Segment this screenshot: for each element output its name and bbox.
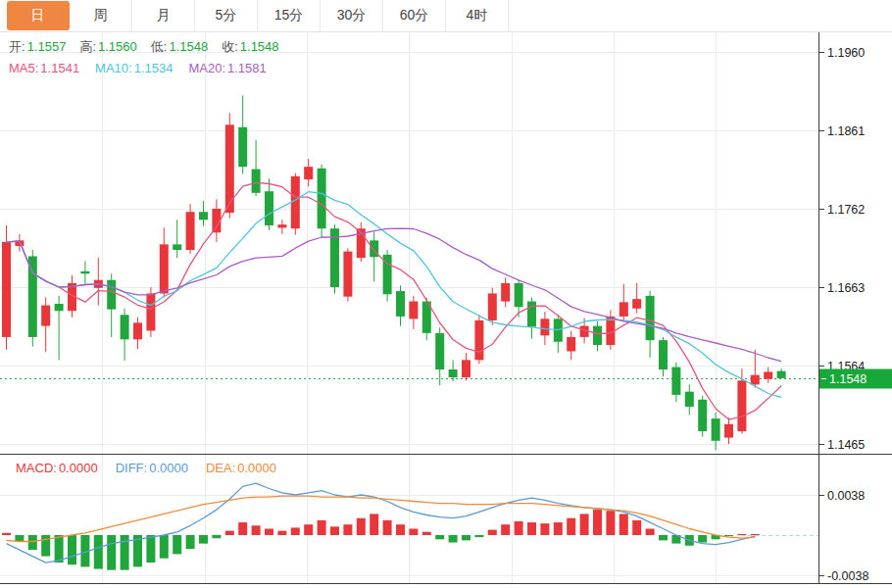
macd-hist-bar (593, 510, 602, 535)
ma-legend: MA5:1.1541MA10:1.1534MA20:1.1581 (9, 61, 267, 76)
macd-legend: MACD:0.0000DIFF:0.0000DEA:0.0000 (16, 461, 276, 476)
macd-hist-bar (173, 535, 181, 554)
candle-body (186, 212, 195, 250)
candle-body (474, 320, 483, 360)
macd-hist-bar (540, 523, 549, 535)
candle-body (121, 315, 129, 339)
macd-hist-bar (55, 535, 64, 563)
candle-body (619, 302, 628, 317)
macd-hist-bar (186, 535, 195, 549)
candle-body (698, 400, 707, 431)
ma-ma10-value: 1.1534 (134, 61, 173, 76)
tab-day[interactable]: 日 (7, 1, 70, 30)
price-axis-tick-label: 1.1762 (827, 203, 865, 217)
macd-hist-bar (567, 518, 575, 535)
candle-body (632, 299, 641, 309)
tab-m15[interactable]: 15分 (258, 0, 321, 31)
ohlc-close-value: 1.1548 (240, 39, 279, 55)
candle-body (501, 283, 510, 302)
price-axis-tick-label: 1.1465 (827, 438, 865, 452)
macd-hist-bar (515, 521, 523, 535)
candle-body (515, 283, 523, 307)
macd-hist-bar (304, 524, 313, 535)
candle-body (160, 244, 169, 293)
tab-m5[interactable]: 5分 (195, 0, 258, 31)
candle-body (671, 368, 680, 395)
macd-hist-bar (370, 514, 378, 535)
candle-body (238, 127, 247, 167)
timeframe-tab-bar: 日周月5分15分30分60分4时 (0, 0, 892, 32)
price-axis-tick-label: 1.1861 (827, 124, 865, 138)
macd-dea-label: DEA: (206, 461, 235, 476)
candlestick-macd-chart[interactable]: 1.19601.18611.17621.16631.15641.14650.00… (0, 0, 892, 588)
candle-body (28, 256, 37, 336)
macd-axis-tick-label: -0.0038 (827, 569, 868, 583)
macd-axis-tick-label: 0.0038 (827, 489, 865, 503)
candle-body (567, 337, 575, 352)
candle-body (265, 191, 273, 225)
candle-body (724, 424, 733, 438)
macd-dea-value: 0.0000 (237, 461, 276, 476)
macd-diff-value: 0.0000 (149, 461, 188, 476)
ohlc-close-label: 收: (222, 39, 238, 55)
tab-m30[interactable]: 30分 (321, 0, 383, 31)
ma5-line (7, 182, 782, 419)
macd-diff-label: DIFF: (116, 461, 148, 476)
ma-ma10-label: MA10: (95, 61, 132, 76)
macd-macd-label: MACD: (16, 461, 57, 476)
ohlc-high-value: 1.1560 (98, 39, 137, 55)
macd-hist-bar (238, 522, 247, 535)
candle-body (685, 392, 694, 407)
macd-hist-bar (751, 534, 760, 535)
candle-body (659, 340, 668, 369)
macd-hist-bar (449, 535, 458, 543)
macd-hist-bar (28, 535, 37, 550)
candle-body (55, 304, 64, 311)
macd-hist-bar (94, 535, 103, 569)
macd-hist-bar (527, 522, 536, 535)
ohlc-legend: 开:1.1557高:1.1560低:1.1548收:1.1548 (9, 39, 279, 55)
macd-hist-bar (107, 535, 116, 570)
tab-m60[interactable]: 60分 (383, 0, 446, 31)
candle-body (343, 252, 352, 297)
candle-body (409, 302, 418, 319)
candle-body (41, 306, 50, 326)
macd-hist-bar (357, 518, 366, 535)
candle-body (646, 296, 655, 340)
macd-hist-bar (212, 535, 221, 538)
macd-hist-bar (737, 534, 746, 535)
tab-h4[interactable]: 4时 (446, 0, 509, 31)
macd-hist-bar (409, 529, 418, 535)
macd-hist-bar (15, 535, 24, 541)
tab-week[interactable]: 周 (70, 0, 132, 31)
trading-chart-app: 日周月5分15分30分60分4时 开:1.1557高:1.1560低:1.154… (0, 0, 892, 588)
candle-body (751, 375, 760, 385)
macd-hist-bar (146, 535, 155, 563)
candle-body (737, 380, 746, 431)
candle-body (712, 418, 720, 441)
tab-month[interactable]: 月 (132, 0, 195, 31)
ohlc-high: 高:1.1560 (79, 39, 136, 55)
candle-body (318, 169, 326, 228)
candle-body (462, 360, 471, 377)
ohlc-open-value: 1.1557 (27, 39, 67, 55)
ma-ma20: MA20:1.1581 (188, 61, 266, 76)
ohlc-low-label: 低: (151, 39, 168, 55)
candle-body (146, 293, 155, 330)
ma-ma5-label: MA5: (9, 61, 38, 76)
candle-body (107, 280, 116, 310)
macd-hist-bar (501, 524, 510, 535)
macd-hist-bar (606, 511, 615, 535)
macd-hist-bar (265, 529, 273, 535)
macd-hist-bar (632, 520, 641, 535)
candle-body (2, 242, 11, 337)
candle-body (304, 167, 313, 179)
ma-ma20-label: MA20: (188, 61, 225, 76)
candle-body (133, 322, 142, 339)
candle-body (449, 369, 458, 377)
price-axis-tick-label: 1.1960 (827, 46, 865, 60)
ma-ma20-value: 1.1581 (227, 61, 267, 76)
ohlc-open-label: 开: (9, 39, 25, 55)
macd-hist-bar (488, 530, 497, 535)
macd-hist-bar (619, 514, 628, 535)
